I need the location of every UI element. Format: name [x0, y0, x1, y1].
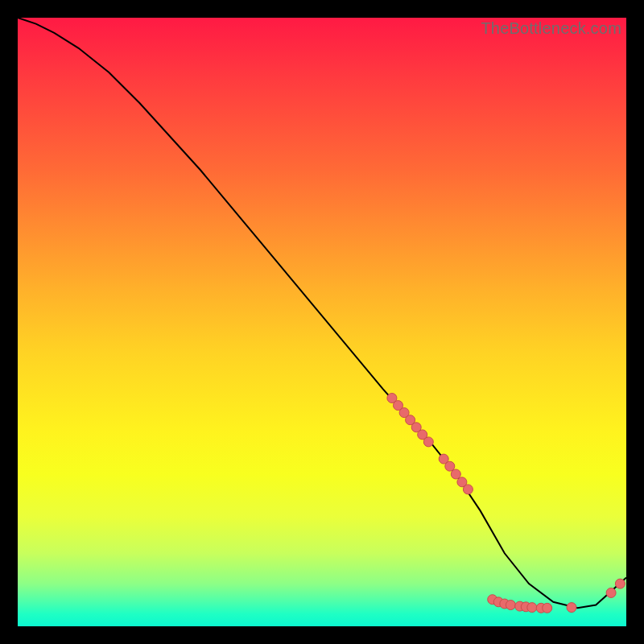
data-point: [423, 437, 433, 447]
data-point: [606, 588, 616, 597]
bottleneck-curve: [18, 18, 626, 608]
data-point: [567, 603, 576, 613]
data-point: [451, 469, 460, 479]
data-markers: [387, 394, 625, 613]
chart-plot-area: TheBottleneck.com: [18, 18, 626, 626]
data-point: [615, 579, 625, 588]
data-point: [463, 485, 473, 494]
data-point: [543, 603, 552, 613]
data-point: [527, 603, 537, 613]
data-point: [506, 601, 515, 610]
chart-svg: [18, 18, 626, 626]
